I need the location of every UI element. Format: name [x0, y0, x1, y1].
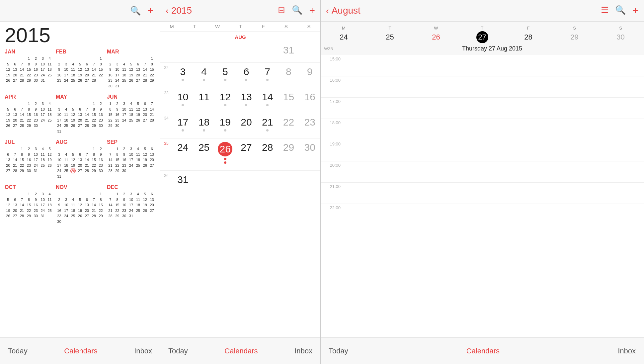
mini-day[interactable]: 19 — [128, 72, 135, 78]
mini-day[interactable]: 2 — [32, 101, 39, 107]
mini-day[interactable]: 26 — [5, 78, 12, 83]
mini-day[interactable]: 26 — [70, 123, 77, 129]
mini-day[interactable]: 17 — [114, 72, 121, 78]
month-day-cell[interactable]: 24 — [172, 138, 194, 170]
mini-day[interactable]: 25 — [121, 78, 128, 83]
mini-day[interactable]: 18 — [39, 157, 46, 163]
mini-day[interactable]: 23 — [26, 163, 33, 168]
mini-day[interactable]: 1 — [26, 191, 33, 197]
mini-day[interactable]: 22 — [97, 208, 104, 214]
mini-day[interactable]: 26 — [77, 78, 84, 83]
mini-day[interactable]: 23 — [114, 118, 121, 123]
mini-day[interactable]: 18 — [134, 157, 141, 163]
mini-day[interactable]: 13 — [148, 197, 155, 203]
mini-day[interactable]: 9 — [32, 107, 39, 112]
inbox-nav[interactable]: Inbox — [294, 347, 312, 355]
mini-day[interactable]: 2 — [97, 101, 104, 107]
mini-day[interactable]: 20 — [77, 118, 84, 123]
mini-day[interactable]: 13 — [134, 67, 141, 72]
mini-day[interactable]: 29 — [26, 213, 33, 219]
mini-day[interactable]: 20 — [141, 112, 148, 118]
mini-day[interactable]: 19 — [5, 208, 12, 214]
mini-day[interactable]: 22 — [19, 163, 26, 168]
mini-day[interactable]: 3 — [63, 61, 70, 67]
mini-day[interactable]: 23 — [32, 208, 39, 214]
mini-day[interactable]: 10 — [114, 67, 121, 72]
mini-day[interactable]: 21 — [107, 163, 114, 168]
mini-day[interactable]: 11 — [39, 152, 46, 157]
mini-day[interactable]: 6 — [77, 152, 84, 157]
mini-month-dec[interactable]: DEC1234567891011121314151617181920212223… — [107, 184, 155, 224]
month-day-cell[interactable]: 5 — [214, 63, 236, 88]
mini-month-may[interactable]: MAY1234567891011121314151617181920212223… — [56, 94, 104, 134]
mini-day[interactable]: 30 — [107, 83, 114, 89]
mini-day[interactable]: 11 — [46, 197, 53, 203]
mini-day[interactable]: 27 — [12, 123, 19, 129]
month-day-cell[interactable]: 25 — [194, 138, 215, 170]
mini-day[interactable]: 23 — [97, 118, 104, 123]
mini-day[interactable]: 25 — [39, 163, 46, 168]
mini-day[interactable]: 4 — [63, 152, 70, 157]
mini-day[interactable]: 11 — [121, 67, 128, 72]
mini-day[interactable]: 4 — [128, 101, 135, 107]
mini-day[interactable]: 29 — [107, 123, 114, 129]
mini-day[interactable]: 18 — [128, 112, 135, 118]
mini-day[interactable]: 22 — [26, 72, 33, 78]
month-name-title[interactable]: August — [332, 5, 361, 16]
mini-day[interactable]: 15 — [97, 202, 104, 208]
mini-day[interactable]: 27 — [12, 78, 19, 83]
mini-day[interactable]: 25 — [46, 72, 53, 78]
mini-day[interactable]: 3 — [128, 191, 135, 197]
mini-day[interactable]: 2 — [121, 146, 128, 152]
mini-day[interactable]: 5 — [141, 191, 148, 197]
mini-month-aug[interactable]: AUG1234567891011121314151617181920212223… — [56, 139, 104, 179]
mini-day[interactable]: 6 — [141, 101, 148, 107]
mini-day[interactable]: 5 — [5, 197, 12, 203]
month-day[interactable] — [172, 41, 194, 62]
mini-day[interactable]: 2 — [26, 146, 33, 152]
mini-day[interactable]: 3 — [56, 152, 63, 157]
mini-day[interactable]: 17 — [128, 157, 135, 163]
day-col-25[interactable]: T25 — [367, 26, 413, 43]
mini-day[interactable]: 27 — [148, 208, 155, 214]
mini-day[interactable]: 4 — [70, 61, 77, 67]
mini-day[interactable]: 20 — [83, 72, 90, 78]
mini-day[interactable]: 13 — [77, 112, 84, 118]
mini-day[interactable]: 8 — [107, 107, 114, 112]
mini-day[interactable]: 18 — [70, 208, 77, 214]
mini-day[interactable]: 13 — [141, 107, 148, 112]
mini-day[interactable]: 10 — [56, 112, 63, 118]
mini-day[interactable]: 23 — [56, 78, 63, 83]
mini-day[interactable]: 23 — [56, 213, 63, 219]
mini-day[interactable]: 10 — [39, 61, 46, 67]
mini-day[interactable]: 5 — [70, 107, 77, 112]
mini-day[interactable]: 30 — [121, 168, 128, 174]
mini-day[interactable]: 27 — [141, 118, 148, 123]
mini-day[interactable]: 11 — [46, 61, 53, 67]
mini-day[interactable]: 14 — [141, 67, 148, 72]
mini-day[interactable]: 4 — [134, 146, 141, 152]
mini-day[interactable]: 12 — [5, 202, 12, 208]
mini-day[interactable]: 24 — [128, 208, 135, 214]
mini-day[interactable]: 9 — [97, 152, 104, 157]
mini-day[interactable]: 3 — [39, 101, 46, 107]
mini-day[interactable]: 3 — [128, 146, 135, 152]
mini-day[interactable]: 5 — [5, 61, 12, 67]
mini-day[interactable]: 11 — [70, 202, 77, 208]
mini-day[interactable]: 17 — [56, 118, 63, 123]
mini-month-nov[interactable]: NOV1234567891011121314151617181920212223… — [56, 184, 104, 224]
add-icon[interactable]: + — [309, 5, 315, 16]
mini-day[interactable]: 7 — [12, 152, 19, 157]
mini-day[interactable]: 2 — [32, 191, 39, 197]
mini-day[interactable]: 8 — [97, 61, 104, 67]
mini-day[interactable]: 22 — [26, 118, 33, 123]
mini-day[interactable]: 24 — [39, 72, 46, 78]
mini-month-apr[interactable]: APR1234567891011121314151617181920212223… — [5, 94, 53, 134]
mini-day[interactable]: 20 — [148, 202, 155, 208]
mini-day[interactable]: 4 — [46, 56, 53, 61]
mini-day[interactable]: 31 — [32, 168, 39, 174]
mini-day[interactable]: 9 — [26, 152, 33, 157]
mini-day[interactable]: 5 — [141, 146, 148, 152]
mini-day[interactable]: 9 — [107, 67, 114, 72]
mini-day[interactable]: 25 — [134, 163, 141, 168]
